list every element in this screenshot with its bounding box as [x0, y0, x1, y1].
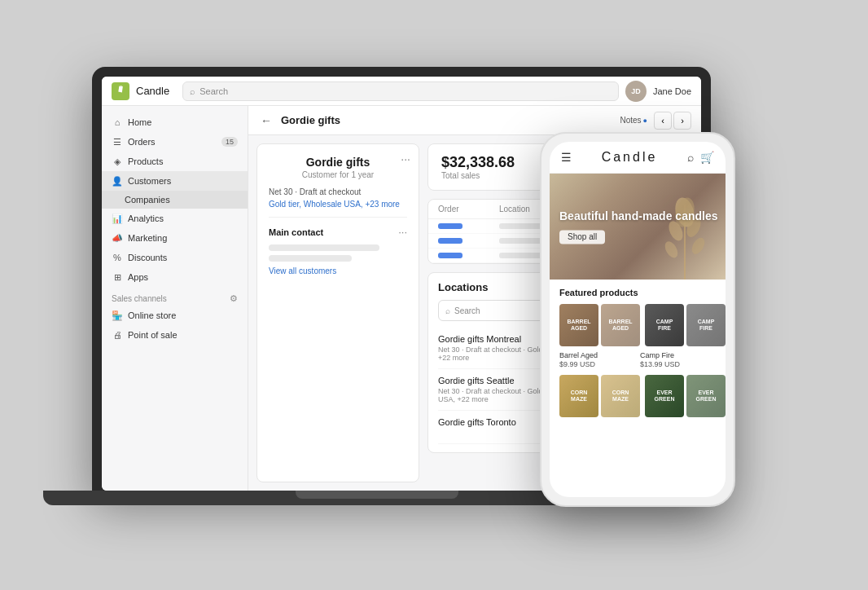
card-divider	[269, 217, 407, 218]
sidebar-item-companies[interactable]: Companies	[102, 191, 248, 209]
camp-fire-label: CAMPFIRE	[645, 304, 684, 346]
products-grid-2: CORNMAZE CORNMAZE EVERGREEN EVERGREEN	[559, 375, 716, 417]
location-cell	[499, 253, 542, 258]
orders-icon: ☰	[112, 136, 123, 148]
sidebar-item-products[interactable]: ◈ Products	[102, 152, 248, 171]
camp-fire-label2: CAMPFIRE	[686, 304, 726, 346]
sidebar-customers-label: Customers	[128, 176, 171, 186]
customer-payment: Net 30 · Draft at checkout	[269, 187, 407, 196]
sidebar-products-label: Products	[128, 156, 163, 166]
sidebar-discounts-label: Discounts	[128, 253, 167, 262]
customer-card: ··· Gordie gifts Customer for 1 year Net…	[256, 143, 419, 482]
phone-search-icon[interactable]: ⌕	[687, 151, 694, 164]
featured-section: Featured products BARRELAGED BARRELAGED	[550, 280, 726, 497]
customer-tag-link[interactable]: Gold tier, Wholesale USA, +23 more	[269, 200, 400, 209]
contact-skeleton-2	[269, 255, 352, 262]
phone-screen: ☰ Candle ⌕ 🛒	[550, 142, 726, 497]
total-sales-label: Total sales	[441, 171, 556, 180]
phone-shell: ☰ Candle ⌕ 🛒	[540, 132, 735, 507]
barrel-aged-label2: BARRELAGED	[601, 304, 640, 346]
hamburger-icon[interactable]: ☰	[561, 151, 572, 164]
corn-maze-img-2[interactable]: CORNMAZE	[601, 375, 640, 417]
back-button[interactable]: ←	[258, 112, 274, 129]
sidebar-orders-label: Orders	[128, 137, 156, 147]
barrel-price: $9.99 USD	[559, 360, 635, 368]
user-name-label: Jane Doe	[653, 86, 691, 96]
settings-icon[interactable]: ⚙	[230, 293, 238, 304]
sidebar-item-apps[interactable]: ⊞ Apps	[102, 267, 248, 287]
product-group-campfire: CAMPFIRE CAMPFIRE	[645, 304, 726, 346]
camp-fire-img-1[interactable]: CAMPFIRE	[645, 304, 684, 346]
product-group-barrel: BARRELAGED BARRELAGED	[559, 304, 640, 346]
shop-all-button[interactable]: Shop all	[559, 231, 605, 244]
phone-cart-icon[interactable]: 🛒	[700, 151, 714, 164]
notes-button[interactable]: Notes ●	[620, 116, 647, 125]
discounts-icon: %	[112, 252, 123, 263]
ever-green-label: EVERGREEN	[645, 375, 684, 417]
ever-green-img-2[interactable]: EVERGREEN	[686, 375, 726, 417]
orders-badge: 15	[221, 137, 238, 147]
view-all-link[interactable]: View all customers	[269, 266, 407, 275]
customer-since: Customer for 1 year	[269, 170, 407, 179]
nav-arrows: ‹ ›	[654, 112, 691, 130]
marketing-icon: 📣	[112, 232, 123, 244]
order-cell	[438, 223, 462, 229]
location-search-placeholder: Search	[454, 306, 480, 315]
sidebar-pos-label: Point of sale	[128, 330, 178, 340]
sidebar-online-store-label: Online store	[128, 310, 176, 320]
barrel-aged-img-2[interactable]: BARRELAGED	[601, 304, 640, 346]
sidebar-item-analytics[interactable]: 📊 Analytics	[102, 209, 248, 228]
sidebar-item-online-store[interactable]: 🏪 Online store	[102, 306, 248, 325]
home-icon: ⌂	[112, 117, 123, 128]
sidebar-marketing-label: Marketing	[128, 233, 167, 243]
corn-maze-img-1[interactable]: CORNMAZE	[559, 375, 598, 417]
hero-text-block: Beautiful hand-made candles Shop all	[559, 209, 717, 244]
sidebar-item-pos[interactable]: 🖨 Point of sale	[102, 325, 248, 345]
products-grid: BARRELAGED BARRELAGED CAMPFIRE CAMPFIRE	[559, 304, 716, 346]
sidebar-item-home[interactable]: ⌂ Home	[102, 112, 248, 132]
location-info: Gordie gifts Toronto	[438, 417, 516, 429]
campfire-name: Camp Fire	[640, 351, 716, 359]
corn-maze-label2: CORNMAZE	[601, 375, 640, 417]
sidebar-item-orders[interactable]: ☰ Orders 15	[102, 132, 248, 152]
location-cell	[499, 238, 542, 244]
camp-fire-img-2[interactable]: CAMPFIRE	[686, 304, 726, 346]
order-cell	[438, 253, 462, 258]
sidebar-item-customers[interactable]: 👤 Customers	[102, 171, 248, 191]
featured-title: Featured products	[559, 288, 716, 297]
sidebar-item-discounts[interactable]: % Discounts	[102, 248, 248, 267]
sales-channels-section: Sales channels ⚙	[102, 287, 248, 306]
sidebar-item-marketing[interactable]: 📣 Marketing	[102, 228, 248, 248]
search-icon: ⌕	[190, 86, 195, 96]
contact-menu-button[interactable]: ···	[398, 226, 407, 238]
product-group-evergreen: EVERGREEN EVERGREEN	[645, 375, 726, 417]
total-sales-value: $32,338.68	[441, 154, 556, 171]
phone-header-icons: ⌕ 🛒	[687, 151, 714, 164]
product-info-barrel: Barrel Aged $9.99 USD	[559, 351, 635, 368]
main-contact-header: Main contact ···	[269, 226, 407, 238]
page-title: Gordie gifts	[281, 114, 613, 126]
top-search-bar[interactable]: ⌕ Search	[182, 81, 619, 101]
page-header: ← Gordie gifts Notes ● ‹ ›	[248, 106, 701, 135]
corn-maze-label: CORNMAZE	[559, 375, 598, 417]
ever-green-label2: EVERGREEN	[686, 375, 726, 417]
ever-green-img-1[interactable]: EVERGREEN	[645, 375, 684, 417]
barrel-aged-label: BARRELAGED	[559, 304, 598, 346]
th-order: Order	[438, 205, 499, 214]
phone-hero: Beautiful hand-made candles Shop all	[550, 174, 726, 280]
phone-header: ☰ Candle ⌕ 🛒	[550, 142, 726, 174]
shopify-logo-icon	[112, 82, 129, 100]
sidebar-companies-label: Companies	[125, 195, 170, 205]
nav-next-button[interactable]: ›	[673, 112, 691, 130]
product-group-corn: CORNMAZE CORNMAZE	[559, 375, 640, 417]
store-icon: 🏪	[112, 310, 123, 321]
hero-title: Beautiful hand-made candles	[559, 209, 717, 223]
location-name: Gordie gifts Toronto	[438, 417, 516, 427]
main-contact-title: Main contact	[269, 227, 323, 237]
card-menu-button[interactable]: ···	[401, 152, 410, 165]
search-icon: ⌕	[445, 306, 450, 315]
campfire-price: $13.99 USD	[640, 360, 716, 368]
barrel-aged-img-1[interactable]: BARRELAGED	[559, 304, 598, 346]
sales-channels-label: Sales channels	[112, 294, 167, 303]
nav-prev-button[interactable]: ‹	[654, 112, 672, 130]
